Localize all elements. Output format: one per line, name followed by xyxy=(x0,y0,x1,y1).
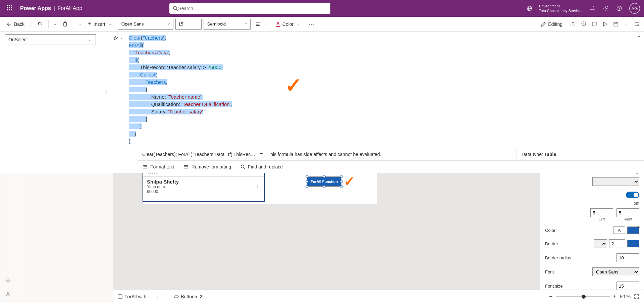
back-button[interactable]: Back xyxy=(4,20,27,28)
fx-icon[interactable]: fx⌄ xyxy=(111,32,127,148)
prop-color-label: Color xyxy=(545,228,555,233)
svg-marker-14 xyxy=(604,22,607,26)
publish-icon[interactable] xyxy=(634,21,640,27)
padding-right-input[interactable] xyxy=(616,208,639,217)
paste-button[interactable] xyxy=(60,20,70,28)
save-icon[interactable] xyxy=(613,21,619,27)
equals-sign: = xyxy=(101,32,111,148)
screen-checkbox[interactable] xyxy=(118,294,122,299)
svg-rect-15 xyxy=(614,22,616,23)
notifications-icon[interactable] xyxy=(589,5,596,12)
gallery-row[interactable]: Shilpa Shetty Yoga guru 60000 〉 xyxy=(143,176,264,196)
chevron-right-icon[interactable]: 〉 xyxy=(256,184,261,190)
remove-formatting-button[interactable]: Remove formatting xyxy=(183,164,231,169)
formula-expand-icon[interactable]: ⌃ xyxy=(634,32,644,148)
annotation-checkmark: ✓ xyxy=(344,173,355,189)
font-color-button[interactable]: A Color ⌄ xyxy=(273,19,304,29)
find-replace-button[interactable]: Find and replace xyxy=(240,164,283,169)
insert-button[interactable]: + Insert ⌄ xyxy=(85,19,116,29)
brand-label: Power Apps xyxy=(20,5,51,11)
environment-icon xyxy=(526,5,532,11)
virtual-agent-icon[interactable] xyxy=(5,291,11,297)
settings-icon[interactable] xyxy=(602,5,609,12)
border-radius-input[interactable] xyxy=(616,253,639,262)
font-size-input[interactable] xyxy=(175,19,202,30)
zoom-out-button[interactable]: − xyxy=(549,293,553,300)
zoom-value: 50 % xyxy=(620,294,631,299)
settings-pane-icon[interactable] xyxy=(5,277,11,284)
preview-icon[interactable] xyxy=(602,21,608,27)
prop-border-label: Border xyxy=(545,241,558,246)
formula-result-msg: This formula has side effects and cannot… xyxy=(267,152,381,157)
svg-point-0 xyxy=(173,6,177,10)
undo-button[interactable] xyxy=(34,20,45,28)
save-dropdown[interactable]: ⌄ xyxy=(624,22,629,26)
svg-point-38 xyxy=(241,165,244,168)
zoom-in-button[interactable]: + xyxy=(613,293,617,300)
paste-dropdown[interactable]: ⌄ xyxy=(77,22,83,26)
prop-fontsize-input[interactable] xyxy=(616,282,639,290)
padding-left-input[interactable] xyxy=(590,208,613,217)
border-color-swatch[interactable] xyxy=(627,240,639,247)
zoom-slider[interactable] xyxy=(556,296,610,297)
svg-line-39 xyxy=(244,168,245,169)
user-avatar[interactable]: AG xyxy=(629,3,640,14)
property-selector[interactable]: OnSelect⌄ xyxy=(5,34,96,45)
svg-rect-16 xyxy=(635,22,639,26)
svg-point-5 xyxy=(605,8,607,9)
help-icon[interactable] xyxy=(616,5,623,12)
font-weight-select[interactable]: Semibold xyxy=(204,19,251,30)
text-color-swatch[interactable]: A xyxy=(613,226,625,234)
svg-point-13 xyxy=(583,23,584,24)
prop-toggle[interactable] xyxy=(626,192,639,198)
fill-color-swatch[interactable] xyxy=(627,226,639,234)
search-input[interactable] xyxy=(178,6,327,11)
svg-line-1 xyxy=(176,9,178,11)
svg-point-29 xyxy=(7,292,9,294)
svg-point-28 xyxy=(7,280,9,282)
formula-bar[interactable]: Clear(Teachers); ForAll( 'Teachers Data'… xyxy=(127,32,634,148)
prop-radius-label: Border radius xyxy=(545,255,571,260)
more-button[interactable]: ··· xyxy=(306,20,317,28)
app-launcher-icon[interactable] xyxy=(7,5,13,12)
prop-dropdown[interactable] xyxy=(592,177,639,186)
svg-rect-40 xyxy=(174,296,178,298)
editing-mode-button[interactable]: Editing xyxy=(538,20,565,28)
global-search[interactable] xyxy=(169,3,330,14)
formula-preview: Clear(Teachers); ForAll( 'Teachers Data'… xyxy=(142,152,255,157)
prop-fontsize-label: Font size xyxy=(545,284,563,289)
selected-button-control[interactable]: ForAll Function xyxy=(307,176,341,187)
environment-picker[interactable]: Environment Tata Consultancy Servic… xyxy=(539,4,582,13)
checker-icon[interactable] xyxy=(581,21,587,27)
border-width-input[interactable] xyxy=(609,239,625,248)
annotation-checkmark: ✓ xyxy=(285,82,302,89)
align-button[interactable]: ⌄ xyxy=(253,20,271,28)
screen-breadcrumb[interactable]: ForAll with … ⌄ xyxy=(118,294,160,299)
control-breadcrumb[interactable]: Button5_2 xyxy=(174,294,202,299)
fit-screen-icon[interactable] xyxy=(634,294,639,299)
prop-font-label: Font xyxy=(545,269,554,274)
share-icon[interactable] xyxy=(570,21,576,27)
svg-point-7 xyxy=(619,10,619,10)
undo-dropdown[interactable]: ⌄ xyxy=(52,22,58,26)
app-name: ForAll App xyxy=(58,5,83,11)
prop-font-select[interactable]: Open Sans xyxy=(592,267,639,276)
search-icon xyxy=(173,6,178,11)
comments-icon[interactable] xyxy=(591,21,597,27)
border-style-select[interactable]: — xyxy=(594,239,607,248)
formula-data-type: Table xyxy=(544,152,556,157)
font-select[interactable]: Open Sans xyxy=(118,19,173,30)
button-control-icon xyxy=(174,294,179,299)
format-text-button[interactable]: Format text xyxy=(142,164,174,169)
